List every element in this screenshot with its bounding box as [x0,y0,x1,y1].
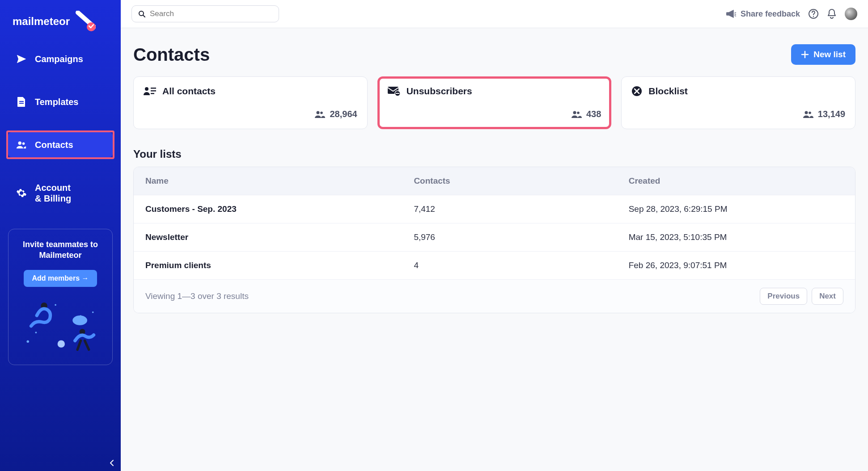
table-row[interactable]: Newsletter 5,976 Mar 15, 2023, 5:10:35 P… [134,223,855,251]
document-icon [16,97,27,107]
sidebar-item-templates[interactable]: Templates [8,89,113,114]
people-small-icon [314,110,325,118]
table-row[interactable]: Premium clients 4 Feb 26, 2023, 9:07:51 … [134,251,855,279]
col-contacts: Contacts [414,176,628,186]
summary-cards: All contacts 28,964 Unsubscribe [133,76,855,129]
gear-icon [16,188,27,198]
svg-rect-19 [151,90,156,92]
cell-name: Customers - Sep. 2023 [145,204,414,214]
svg-point-9 [58,340,65,347]
svg-point-26 [573,111,576,114]
brand-name: mailmeteor [13,15,70,28]
card-count: 13,149 [818,109,845,119]
invite-teammates-card: Invite teammates to Mailmeteor Add membe… [8,229,113,365]
block-icon [631,86,642,97]
previous-button[interactable]: Previous [760,288,807,305]
card-unsubscribers[interactable]: Unsubscribers 438 [377,76,612,129]
svg-point-27 [577,111,580,114]
card-title: All contacts [162,86,216,97]
col-created: Created [629,176,843,186]
sidebar-nav: Campaigns Templates Contacts [0,46,121,211]
your-lists-title: Your lists [133,148,855,160]
add-members-button[interactable]: Add members → [24,270,97,287]
svg-point-3 [18,142,21,145]
next-button[interactable]: Next [812,288,843,305]
svg-point-29 [804,111,808,114]
search-icon [138,10,145,17]
people-icon [16,139,27,150]
svg-point-16 [813,16,814,17]
search-box[interactable] [131,5,279,22]
table-footer: Viewing 1—3 over 3 results Previous Next [134,279,855,313]
page-title: Contacts [133,45,210,65]
svg-rect-25 [396,93,399,94]
card-count: 438 [586,109,601,119]
table-row[interactable]: Customers - Sep. 2023 7,412 Sep 28, 2023… [134,195,855,223]
sidebar: mailmeteor Campaigns Templat [0,0,121,471]
sidebar-item-campaigns[interactable]: Campaigns [8,46,113,71]
cell-contacts: 7,412 [414,204,628,214]
plus-icon [801,50,809,59]
main: Share feedback Contacts New list [121,0,868,471]
invite-title: Invite teammates to Mailmeteor [16,239,105,261]
sidebar-item-label: Account & Billing [35,182,71,204]
sidebar-item-account-billing[interactable]: Account & Billing [8,175,113,211]
send-icon [16,54,27,64]
pagination: Previous Next [760,288,843,305]
people-small-icon [803,110,813,118]
svg-point-4 [22,142,25,145]
cell-created: Sep 28, 2023, 6:29:15 PM [629,204,843,214]
bell-icon[interactable] [827,8,837,19]
invite-illustration [16,293,105,356]
share-feedback-label: Share feedback [741,9,800,19]
cell-contacts: 4 [414,261,628,270]
new-list-button[interactable]: New list [791,44,855,65]
svg-rect-18 [151,88,156,89]
help-icon[interactable] [808,8,819,19]
svg-point-17 [145,87,148,91]
svg-point-6 [35,332,37,333]
cell-name: Newsletter [145,232,414,242]
svg-point-22 [321,111,323,114]
table-header: Name Contacts Created [134,167,855,195]
results-summary: Viewing 1—3 over 3 results [145,291,249,301]
lists-table: Name Contacts Created Customers - Sep. 2… [133,167,855,313]
brand-logo[interactable]: mailmeteor [0,11,121,46]
cell-created: Mar 15, 2023, 5:10:35 PM [629,232,843,242]
svg-point-7 [55,304,56,306]
sidebar-item-label: Templates [35,97,78,107]
sidebar-collapse-chevron-icon[interactable] [109,459,114,467]
search-input[interactable] [150,9,272,18]
unsubscribe-icon [388,86,400,96]
cell-contacts: 5,976 [414,232,628,242]
avatar[interactable] [845,8,857,20]
card-blocklist[interactable]: Blocklist 13,149 [621,76,855,129]
card-all-contacts[interactable]: All contacts 28,964 [133,76,368,129]
cell-name: Premium clients [145,261,414,270]
sidebar-item-label: Campaigns [35,54,83,64]
card-title: Unsubscribers [406,86,472,97]
cell-created: Feb 26, 2023, 9:07:51 PM [629,261,843,270]
card-title: Blocklist [648,86,688,97]
card-count: 28,964 [330,109,357,119]
topbar: Share feedback [121,0,868,28]
megaphone-icon [726,9,736,18]
comet-icon [74,11,96,32]
svg-rect-20 [151,93,154,94]
people-small-icon [571,110,582,118]
sidebar-item-label: Contacts [35,139,73,150]
sidebar-item-contacts[interactable]: Contacts [8,132,113,157]
svg-rect-2 [19,103,24,104]
col-name: Name [145,176,414,186]
contacts-list-icon [144,86,156,96]
svg-point-8 [92,311,94,313]
new-list-label: New list [813,50,846,59]
svg-point-5 [27,340,29,342]
svg-rect-1 [19,101,24,102]
svg-point-21 [317,111,320,114]
share-feedback-button[interactable]: Share feedback [726,9,800,19]
svg-point-30 [809,111,811,114]
